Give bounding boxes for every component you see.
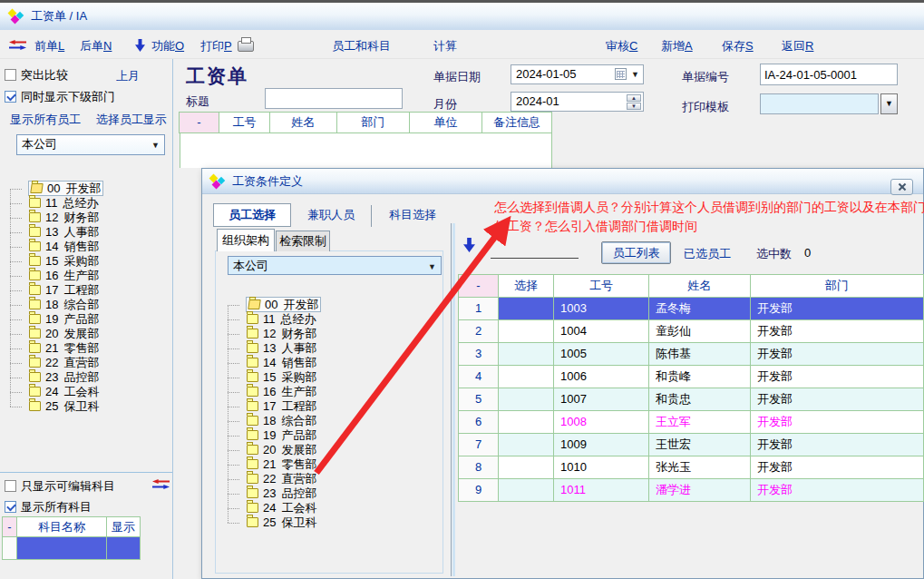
tree-item-department[interactable]: 20发展部 — [16, 327, 102, 341]
subject-row-selected[interactable] — [3, 537, 141, 560]
tree-item-department[interactable]: 24工会科 — [16, 385, 102, 399]
calculate-button[interactable]: 计算 — [433, 38, 457, 54]
tree-item-department[interactable]: 21零售部 — [16, 341, 102, 356]
audit-button[interactable]: 审核C — [606, 38, 637, 54]
row-number: 6 — [458, 410, 499, 434]
panel-splitter[interactable] — [451, 223, 452, 576]
select-cell[interactable] — [498, 319, 554, 343]
highlight-compare-checkbox[interactable] — [5, 69, 16, 81]
employee-row[interactable]: 4 1006 和贵峰 开发部 — [459, 366, 924, 388]
folder-icon — [29, 358, 41, 368]
employee-row[interactable]: 9 1011 潘学进 开发部 — [459, 479, 924, 502]
tree-item-department[interactable]: 15采购部 — [234, 370, 320, 385]
swap-arrows-icon[interactable] — [9, 39, 26, 54]
tree-item-department[interactable]: 18综合部 — [234, 414, 320, 428]
employee-list-button[interactable]: 员工列表 — [601, 241, 671, 264]
company-select[interactable]: 本公司 ▼ — [16, 134, 165, 155]
tree-item-department[interactable]: 12财务部 — [234, 327, 320, 341]
employee-row[interactable]: 3 1005 陈伟基 开发部 — [459, 343, 924, 366]
swap-arrows-icon[interactable] — [152, 478, 170, 493]
tree-item-department[interactable]: 11总经办 — [16, 196, 102, 211]
doc-date-input[interactable]: 2024-01-05 ▼ — [511, 64, 644, 84]
close-icon[interactable] — [890, 179, 913, 195]
tree-item-department[interactable]: 22直营部 — [234, 472, 320, 486]
add-new-button[interactable]: 新增A — [661, 38, 693, 54]
select-cell[interactable] — [498, 456, 554, 479]
only-editable-subjects-checkbox[interactable] — [5, 480, 16, 492]
function-menu-button[interactable]: 功能O — [151, 38, 184, 54]
select-cell[interactable] — [498, 478, 554, 502]
tree-item-department[interactable]: 19产品部 — [234, 428, 320, 443]
select-cell[interactable] — [498, 433, 554, 456]
spin-down-icon[interactable]: ▼ — [627, 103, 641, 110]
employee-name-cell: 和贵峰 — [648, 365, 751, 388]
tree-item-department[interactable]: 16生产部 — [234, 385, 320, 399]
next-doc-button[interactable]: 后单N — [80, 38, 112, 54]
tree-item-department[interactable]: 15采购部 — [16, 254, 102, 269]
tree-item-department[interactable]: 14销售部 — [16, 240, 102, 254]
tree-item-department[interactable]: 13人事部 — [16, 225, 102, 240]
tree-item-department[interactable]: 17工程部 — [16, 283, 102, 298]
employee-row[interactable]: 6 1008 王立军 开发部 — [459, 411, 924, 434]
select-cell[interactable] — [498, 388, 554, 411]
tree-item-department[interactable]: 19产品部 — [16, 312, 102, 327]
tree-item-department[interactable]: 16生产部 — [16, 269, 102, 283]
tree-item-department[interactable]: 25保卫科 — [16, 399, 102, 414]
employee-row[interactable]: 1 1003 孟冬梅 开发部 — [459, 298, 924, 320]
tab-employee-select[interactable]: 员工选择 — [213, 203, 291, 227]
print-template-select[interactable] — [760, 93, 879, 114]
last-month-link[interactable]: 上月 — [116, 68, 140, 84]
tab-part-time[interactable]: 兼职人员 — [292, 205, 370, 227]
selected-employees-link[interactable]: 已选员工 — [684, 246, 731, 262]
tree-item-department[interactable]: 24工会科 — [234, 501, 320, 515]
tab-subject-select[interactable]: 科目选择 — [372, 205, 453, 227]
date-dropdown-arrow-icon[interactable]: ▼ — [631, 65, 639, 84]
employee-row[interactable]: 2 1004 童彭仙 开发部 — [459, 320, 924, 343]
folder-icon — [247, 387, 258, 397]
select-cell[interactable] — [498, 342, 554, 366]
tree-item-department[interactable]: 21零售部 — [234, 457, 320, 472]
tree-item-department[interactable]: 17工程部 — [234, 399, 320, 414]
employee-row[interactable]: 8 1010 张光玉 开发部 — [459, 456, 924, 479]
dialog-company-select[interactable]: 本公司 ▼ — [228, 256, 442, 275]
tree-item-department[interactable]: 12财务部 — [16, 211, 102, 225]
title-input[interactable] — [265, 88, 403, 109]
subtab-org-structure[interactable]: 组织架构 — [217, 229, 275, 251]
tree-item-department[interactable]: 22直营部 — [16, 356, 102, 370]
row-number: 9 — [458, 478, 499, 502]
employees-subjects-button[interactable]: 员工和科目 — [332, 38, 391, 54]
tree-item-department[interactable]: 13人事部 — [234, 341, 320, 356]
tree-item-department[interactable]: 00开发部 — [234, 298, 320, 312]
tree-item-department[interactable]: 20发展部 — [234, 443, 320, 457]
show-all-employees-link[interactable]: 显示所有员工 — [10, 113, 81, 126]
print-template-dropdown-button[interactable]: ▼ — [880, 93, 898, 114]
prev-doc-button[interactable]: 前单L — [34, 38, 64, 54]
tree-item-department[interactable]: 23品控部 — [234, 486, 320, 501]
employee-row[interactable]: 7 1009 王世宏 开发部 — [459, 434, 924, 456]
tree-item-department[interactable]: 11总经办 — [234, 312, 320, 327]
subtab-search-limit[interactable]: 检索限制 — [276, 231, 330, 251]
save-button[interactable]: 保存S — [722, 38, 754, 54]
month-spinner[interactable]: ▲▼ — [627, 94, 641, 109]
tree-item-department[interactable]: 00开发部 — [16, 182, 102, 196]
tree-item-department[interactable]: 23品控部 — [16, 370, 102, 385]
month-input[interactable]: 2024-01 ▲▼ — [511, 92, 644, 112]
tree-item-department[interactable]: 25保卫科 — [234, 515, 320, 530]
employee-filter-input[interactable] — [491, 243, 579, 259]
calendar-icon[interactable] — [615, 68, 627, 80]
tree-item-department[interactable]: 14销售部 — [234, 356, 320, 370]
select-employee-display-link[interactable]: 选择员工显示 — [96, 113, 167, 126]
return-button[interactable]: 返回R — [782, 38, 813, 54]
select-cell[interactable] — [498, 410, 554, 434]
select-cell[interactable] — [498, 297, 554, 320]
tree-item-department[interactable]: 18综合部 — [16, 298, 102, 312]
show-all-subjects-checkbox[interactable] — [5, 501, 16, 513]
doc-no-input[interactable] — [760, 64, 898, 85]
printer-icon[interactable] — [238, 41, 254, 54]
show-sub-depts-checkbox[interactable] — [5, 91, 16, 103]
spin-up-icon[interactable]: ▲ — [627, 94, 641, 102]
employee-row[interactable]: 5 1007 和贵忠 开发部 — [459, 388, 924, 411]
print-button[interactable]: 打印P — [200, 38, 232, 54]
employee-name-cell: 陈伟基 — [648, 342, 751, 366]
select-cell[interactable] — [498, 365, 554, 388]
